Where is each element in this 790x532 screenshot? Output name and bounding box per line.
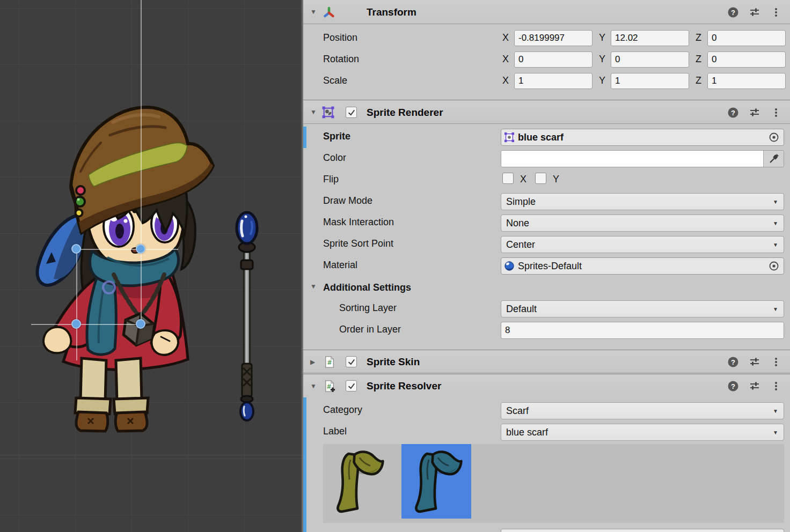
svg-text:?: ? xyxy=(731,382,735,390)
rotation-x-field[interactable] xyxy=(514,51,592,68)
category-label: Category xyxy=(323,404,362,416)
rotation-y-field[interactable] xyxy=(611,51,689,68)
rotation-label: Rotation xyxy=(323,54,359,65)
help-icon: ? xyxy=(727,380,739,392)
position-x-field[interactable] xyxy=(514,30,592,46)
sprite-skin-header[interactable]: ▶ # Sprite Skin ? xyxy=(303,350,790,373)
position-z-input[interactable] xyxy=(708,31,785,46)
scale-x-field[interactable] xyxy=(514,73,592,89)
scale-z-field[interactable] xyxy=(707,73,786,89)
scale-z-input[interactable] xyxy=(708,73,785,88)
position-z-field[interactable] xyxy=(707,30,786,46)
sprite-resolver-enabled-checkbox[interactable] xyxy=(346,380,357,391)
rotation-z-field[interactable] xyxy=(707,51,786,68)
svg-text:?: ? xyxy=(731,8,735,16)
sprite-skin-menu-button[interactable] xyxy=(769,350,784,374)
rotation-y-input[interactable] xyxy=(611,52,689,67)
inspector-panel: ▼ Transform ? xyxy=(302,0,790,532)
sprite-resolver-presets-button[interactable] xyxy=(747,374,762,398)
scale-y-field[interactable] xyxy=(611,73,689,89)
color-swatch[interactable] xyxy=(501,151,763,167)
sprite-skin-help-button[interactable]: ? xyxy=(726,350,741,374)
object-picker-icon[interactable] xyxy=(769,132,779,143)
transform-presets-button[interactable] xyxy=(747,0,762,24)
sprite-thumbnail-blue-scarf[interactable] xyxy=(401,444,471,519)
sprite-renderer-header[interactable]: ▼ Sprite Renderer ? xyxy=(303,100,790,124)
selection-handle-top-right[interactable] xyxy=(136,244,145,254)
object-picker-icon[interactable] xyxy=(769,261,779,271)
scene-viewport[interactable] xyxy=(0,0,302,532)
order-in-layer-field[interactable] xyxy=(501,322,784,339)
sprite-skin-enabled-checkbox[interactable] xyxy=(346,356,357,367)
axis-x-label: X xyxy=(502,54,514,65)
order-in-layer-input[interactable] xyxy=(501,322,784,338)
selection-handle-bottom-left[interactable] xyxy=(71,319,81,329)
order-in-layer-label: Order in Layer xyxy=(339,324,401,335)
chevron-down-icon: ▼ xyxy=(773,220,778,226)
sprite-renderer-enabled-checkbox[interactable] xyxy=(346,107,357,118)
scale-y-input[interactable] xyxy=(611,73,689,88)
axis-x-label: X xyxy=(502,32,514,43)
staff xyxy=(237,212,257,420)
svg-text:#: # xyxy=(327,359,332,367)
chevron-down-icon: ▼ xyxy=(773,199,778,205)
svg-text:?: ? xyxy=(731,358,735,366)
category-dropdown[interactable]: Scarf ▼ xyxy=(501,402,784,419)
selection-guide-left xyxy=(76,249,77,360)
green-scarf-image xyxy=(326,447,390,516)
label-value: blue scarf xyxy=(506,427,548,438)
sprite-thumbnail-green-scarf[interactable] xyxy=(323,444,393,519)
sprite-skin-title: Sprite Skin xyxy=(367,350,420,374)
sprite-renderer-foldout[interactable]: ▼ xyxy=(310,100,317,124)
sprite-label-thumbnails xyxy=(323,444,784,523)
rotation-z-input[interactable] xyxy=(708,52,785,67)
sprite-sort-point-dropdown[interactable]: Center ▼ xyxy=(501,236,784,253)
position-y-field[interactable] xyxy=(611,30,689,46)
rotation-x-input[interactable] xyxy=(515,52,592,67)
presets-icon xyxy=(749,356,760,368)
flip-y-checkbox[interactable] xyxy=(535,173,546,184)
sprite-skin-foldout[interactable]: ▶ xyxy=(310,350,315,374)
selection-guide-top xyxy=(76,249,178,250)
transform-menu-button[interactable] xyxy=(769,0,784,24)
material-object-field[interactable]: Sprites-Default xyxy=(501,257,784,275)
flip-y-label: Y xyxy=(553,174,559,185)
selection-handle-top-left[interactable] xyxy=(71,244,81,254)
label-dropdown[interactable]: blue scarf ▼ xyxy=(501,424,784,441)
sprite-resolver-foldout[interactable]: ▼ xyxy=(310,374,317,398)
position-label: Position xyxy=(323,32,357,43)
additional-settings-foldout[interactable]: ▼ xyxy=(310,276,317,297)
eyedropper-button[interactable] xyxy=(763,151,784,167)
sprite-resolver-header[interactable]: ▼ # Sprite Resolver ? xyxy=(303,374,790,397)
selection-handle-bottom-right[interactable] xyxy=(136,319,145,329)
selection-guide-bottom xyxy=(31,324,141,325)
chevron-down-icon: ▼ xyxy=(773,408,778,414)
transform-foldout[interactable]: ▼ xyxy=(310,0,317,24)
sprite-renderer-menu-button[interactable] xyxy=(769,100,784,124)
transform-help-button[interactable]: ? xyxy=(726,0,741,24)
sprite-resolver-menu-button[interactable] xyxy=(769,374,784,398)
transform-header[interactable]: ▼ Transform ? xyxy=(303,0,790,24)
position-y-input[interactable] xyxy=(611,31,689,46)
mask-interaction-label: Mask Interaction xyxy=(323,217,394,228)
sprite-pivot-handle[interactable] xyxy=(102,280,116,294)
position-x-input[interactable] xyxy=(515,31,592,46)
transform-title: Transform xyxy=(367,0,416,24)
sprite-object-field[interactable]: blue scarf xyxy=(501,129,784,146)
sprite-resolver-title: Sprite Resolver xyxy=(367,374,441,398)
kebab-menu-icon xyxy=(770,380,782,392)
flip-x-checkbox[interactable] xyxy=(502,173,514,184)
sprite-resolver-help-button[interactable]: ? xyxy=(726,374,741,398)
scale-x-input[interactable] xyxy=(515,73,592,88)
sprite-skin-presets-button[interactable] xyxy=(747,350,762,374)
axis-y-label: Y xyxy=(599,54,611,65)
sprite-renderer-help-button[interactable]: ? xyxy=(726,100,741,124)
flip-label: Flip xyxy=(323,174,339,185)
script-add-icon: # xyxy=(324,379,335,393)
mask-interaction-dropdown[interactable]: None ▼ xyxy=(501,215,784,232)
sprite-renderer-presets-button[interactable] xyxy=(747,100,762,124)
color-label: Color xyxy=(323,152,346,164)
color-field[interactable] xyxy=(501,150,784,167)
draw-mode-dropdown[interactable]: Simple ▼ xyxy=(501,193,784,210)
sorting-layer-dropdown[interactable]: Default ▼ xyxy=(501,300,784,317)
